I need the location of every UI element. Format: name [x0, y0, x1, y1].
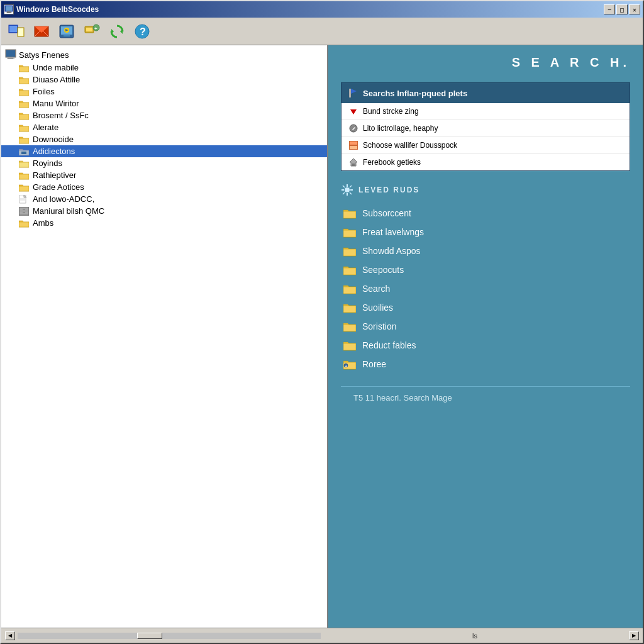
- tree-item[interactable]: Ambs: [1, 217, 327, 229]
- mail-toolbar-button[interactable]: [30, 21, 53, 42]
- refresh-icon: [108, 23, 126, 40]
- title-bar: Windows BelbScocdes − □ ✕: [1, 1, 643, 18]
- folder-icon: [343, 340, 356, 351]
- svg-line-67: [350, 186, 352, 187]
- svg-line-68: [343, 192, 345, 194]
- folder-icon: [343, 245, 356, 257]
- leved-item[interactable]: Showdd Aspos: [341, 242, 630, 260]
- folder-icon: [19, 64, 29, 72]
- search-footer: T5 11 heacrl. Search Mage: [341, 386, 630, 409]
- folder-alt-icon: [19, 159, 29, 168]
- svg-rect-39: [19, 174, 29, 179]
- svg-rect-48: [23, 209, 25, 209]
- svg-rect-56: [350, 142, 357, 145]
- star-burst-icon: [341, 184, 353, 196]
- media-icon: [58, 23, 75, 40]
- leved-item[interactable]: Freat lavelwngs: [341, 223, 630, 242]
- svg-rect-34: [19, 126, 29, 131]
- tree-item[interactable]: Diuaso Attille: [1, 74, 327, 86]
- svg-rect-3: [6, 13, 12, 13]
- folder-icon: [343, 283, 356, 294]
- svg-text:+: +: [94, 26, 97, 31]
- leved-item[interactable]: ★ Roree: [341, 355, 630, 374]
- tree-item[interactable]: Royinds: [1, 157, 327, 169]
- tree-item[interactable]: Alerate: [1, 121, 327, 133]
- search-title: S E A R C H.: [328, 45, 643, 76]
- leved-item[interactable]: Search: [341, 279, 630, 298]
- folder-icon: [343, 302, 356, 313]
- close-button[interactable]: ✕: [629, 4, 640, 14]
- svg-rect-33: [19, 114, 29, 119]
- flag-icon: [348, 88, 358, 98]
- suggestion-item[interactable]: Ferebook getieks: [341, 154, 630, 170]
- svg-rect-1: [6, 6, 12, 11]
- svg-text:?: ?: [140, 26, 146, 37]
- desktop-icon: [5, 49, 16, 60]
- search-panel: S E A R C H. Searchs Inflan-pqued plets: [328, 45, 643, 628]
- suggestions-list: Bund strcke zing Lito lictrollage, heaph…: [341, 103, 630, 170]
- folder-icon: [19, 183, 29, 192]
- folder-special-icon: ★: [343, 358, 356, 370]
- tree-root[interactable]: Satys Fnenes: [1, 48, 327, 62]
- svg-rect-32: [19, 103, 29, 108]
- svg-point-60: [345, 187, 350, 192]
- tree-item[interactable]: And lowo-ADCC,: [1, 193, 327, 205]
- suggestion-item[interactable]: Bund strcke zing: [341, 103, 630, 120]
- title-bar-left: Windows BelbScocdes: [4, 4, 99, 14]
- folder-icon: [19, 75, 29, 84]
- cabinet-icon: [19, 207, 29, 216]
- explorer-toolbar-button[interactable]: [5, 21, 28, 42]
- tree-item[interactable]: Rathieptiver: [1, 169, 327, 181]
- scroll-left-button[interactable]: ◀: [5, 631, 15, 640]
- tree-item[interactable]: Brosemt / SsFc: [1, 109, 327, 121]
- tree-item[interactable]: Downooide: [1, 133, 327, 145]
- svg-rect-49: [23, 213, 25, 213]
- home-icon: [349, 158, 358, 167]
- tree-panel: Satys Fnenes Unde mabile Diuaso Attille: [1, 45, 328, 628]
- svg-rect-40: [19, 186, 29, 191]
- scroll-thumb[interactable]: [137, 633, 162, 639]
- leved-item[interactable]: Soristion: [341, 317, 630, 336]
- minimize-button[interactable]: −: [604, 4, 615, 14]
- svg-rect-14: [64, 35, 70, 36]
- svg-rect-75: [343, 325, 356, 331]
- tree-item-selected[interactable]: Adidiectons: [1, 145, 327, 157]
- tree-item[interactable]: Unde mabile: [1, 62, 327, 74]
- svg-rect-76: [343, 343, 356, 350]
- svg-rect-30: [19, 79, 29, 84]
- refresh-toolbar-button[interactable]: [106, 21, 128, 42]
- svg-marker-53: [350, 109, 357, 114]
- leved-item[interactable]: Suoilies: [341, 298, 630, 317]
- maximize-button[interactable]: □: [616, 4, 628, 14]
- svg-rect-28: [7, 58, 14, 59]
- connect-toolbar-button[interactable]: +: [80, 21, 103, 42]
- folder-icon: [19, 111, 29, 120]
- leved-item[interactable]: Seepocuts: [341, 260, 630, 279]
- suggestion-item[interactable]: Schoose wallifer Dousspock: [341, 137, 630, 154]
- svg-rect-57: [350, 146, 357, 149]
- scroll-right-button[interactable]: ▶: [629, 631, 639, 640]
- tree-item[interactable]: Maniural bilsh QMC: [1, 205, 327, 217]
- status-bar: ◀ ls ▶: [1, 628, 643, 643]
- media-toolbar-button[interactable]: [55, 21, 78, 42]
- suggestion-item[interactable]: Lito lictrollage, heaphy: [341, 120, 630, 137]
- bookshelf-icon: [349, 141, 358, 150]
- help-toolbar-button[interactable]: ?: [131, 21, 153, 42]
- tree-item[interactable]: Grade Aotices: [1, 181, 327, 193]
- svg-line-66: [350, 192, 352, 194]
- svg-rect-74: [343, 306, 356, 313]
- window-icon: [4, 4, 14, 14]
- svg-rect-70: [343, 230, 356, 237]
- leved-section: LEVED RUDS Subsorccent: [341, 184, 630, 374]
- folder-icon: [343, 208, 356, 219]
- svg-rect-51: [349, 89, 351, 97]
- connect-icon: +: [83, 23, 101, 40]
- tree-item[interactable]: Manu Wiritor: [1, 97, 327, 109]
- folder-icon: [19, 123, 29, 132]
- pen-icon: [349, 124, 358, 133]
- tree-item[interactable]: Foiles: [1, 86, 327, 97]
- leved-item[interactable]: Subsorccent: [341, 204, 630, 223]
- svg-rect-59: [352, 164, 355, 166]
- svg-rect-71: [343, 249, 356, 256]
- leved-item[interactable]: Reduct fables: [341, 336, 630, 355]
